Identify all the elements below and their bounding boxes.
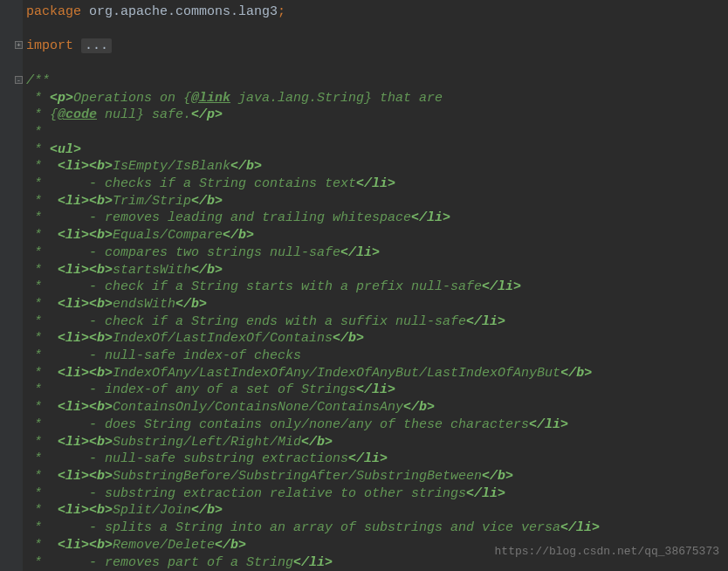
javadoc-line[interactable]: * <li><b>SubstringBefore/SubstringAfter/… [26,468,728,485]
javadoc-link-tag: @link [191,91,230,106]
javadoc-line[interactable]: * <li><b>IndexOfAny/LastIndexOfAny/Index… [26,365,728,382]
javadoc-code-tag: @code [58,107,97,122]
javadoc-line[interactable]: * - null-safe index-of checks [26,347,728,365]
javadoc-line[interactable]: * <li><b>endsWith</b> [26,296,728,313]
javadoc-line[interactable]: * - index-of any of a set of Strings</li… [26,382,728,399]
package-name: org.apache.commons.lang3 [81,4,278,19]
javadoc-line[interactable]: * - removes leading and trailing whitesp… [26,210,728,227]
javadoc-line[interactable]: * - check if a String ends with a suffix… [26,313,728,331]
space [73,38,81,53]
editor-gutter: + - [0,0,23,571]
javadoc-line[interactable]: * <li><b>IndexOf/LastIndexOf/Contains</b… [26,330,728,347]
javadoc-line[interactable]: * - splits a String into an array of sub… [26,519,728,537]
javadoc-line[interactable]: * - null-safe substring extractions</li> [26,451,728,468]
fold-collapse-icon[interactable]: - [15,76,23,84]
javadoc-line[interactable]: * - does String contains only/none/any o… [26,416,728,434]
javadoc-line[interactable]: * [26,124,728,141]
semicolon: ; [278,4,285,19]
code-line[interactable] [26,55,728,72]
code-line[interactable]: package org.apache.commons.lang3; [26,3,728,21]
fold-expand-icon[interactable]: + [15,41,23,49]
javadoc-line[interactable]: * <li><b>Equals/Compare</b> [26,227,728,244]
javadoc-line[interactable]: * <li><b>Split/Join</b> [26,502,728,519]
javadoc-line[interactable]: * <p>Operations on {@link java.lang.Stri… [26,90,728,107]
keyword-import: import [26,38,73,53]
javadoc-line[interactable]: * - check if a String starts with a pref… [26,279,728,296]
javadoc-line[interactable]: * {@code null} safe.</p> [26,107,728,124]
javadoc-line[interactable]: * <ul> [26,141,728,159]
javadoc-line[interactable]: * <li><b>IsEmpty/IsBlank</b> [26,158,728,175]
watermark-url: https://blog.csdn.net/qq_38675373 [495,543,719,561]
javadoc-line[interactable]: * <li><b>ContainsOnly/ContainsNone/Conta… [26,399,728,416]
javadoc-line[interactable]: * <li><b>Substring/Left/Right/Mid</b> [26,434,728,451]
javadoc-line[interactable]: * - compares two strings null-safe</li> [26,244,728,262]
code-line[interactable]: import ... [26,38,728,55]
javadoc-line[interactable]: * - checks if a String contains text</li… [26,175,728,193]
javadoc-line[interactable]: * - substring extraction relative to oth… [26,485,728,503]
folded-region[interactable]: ... [81,38,112,53]
javadoc-line[interactable]: /** [26,72,728,90]
keyword-package: package [26,4,81,19]
code-line[interactable] [26,21,728,38]
javadoc-line[interactable]: * <li><b>startsWith</b> [26,262,728,279]
javadoc-line[interactable]: * <li><b>Trim/Strip</b> [26,193,728,210]
